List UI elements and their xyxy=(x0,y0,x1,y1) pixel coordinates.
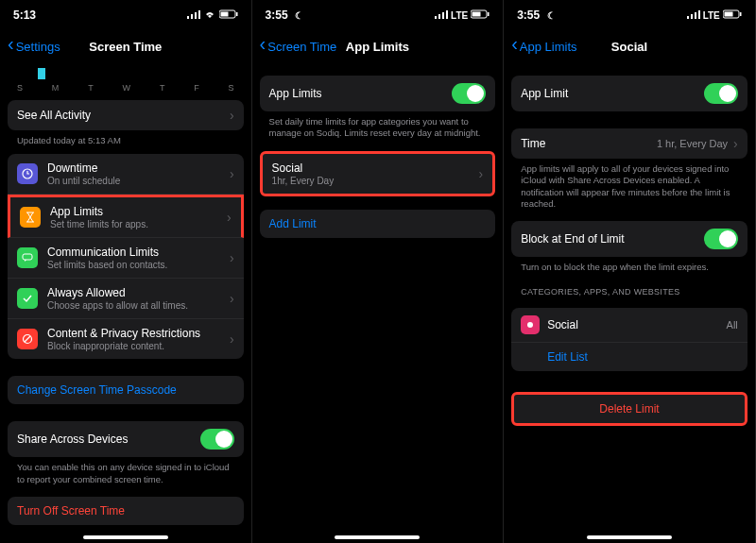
communication-icon xyxy=(17,247,38,268)
edit-list-row[interactable]: Edit List xyxy=(511,343,747,371)
back-label: Settings xyxy=(16,40,60,54)
delete-limit-button[interactable]: Delete Limit xyxy=(511,392,747,426)
category-social-row[interactable]: Social All xyxy=(511,308,747,343)
svg-rect-11 xyxy=(435,16,437,19)
chevron-right-icon: › xyxy=(230,331,234,347)
cell-label: Communication Limits xyxy=(47,246,230,259)
cell-label: App Limits xyxy=(50,205,227,218)
screen-time-screen: 5:13 Settings Screen Time S M T xyxy=(0,0,252,543)
social-limit-row[interactable]: Social 1hr, Every Day › xyxy=(260,151,496,196)
day-label: M xyxy=(52,83,60,93)
screen-time-options-group: Downtime On until schedule › App Limits … xyxy=(8,154,244,359)
svg-rect-16 xyxy=(488,12,490,16)
status-icons xyxy=(187,8,238,22)
share-toggle[interactable] xyxy=(200,429,234,450)
cell-sublabel: On until schedule xyxy=(47,176,230,186)
category-value: All xyxy=(727,319,738,331)
downtime-row[interactable]: Downtime On until schedule › xyxy=(8,154,244,195)
chevron-right-icon: › xyxy=(230,250,234,265)
page-title: Social xyxy=(611,40,647,54)
back-button[interactable]: Screen Time xyxy=(260,40,337,54)
categories-group: Social All Edit List xyxy=(511,308,747,371)
dnd-icon: ☾ xyxy=(295,10,303,21)
back-button[interactable]: App Limits xyxy=(511,40,576,54)
cell-label: Downtime xyxy=(47,161,230,175)
wifi-icon xyxy=(203,8,216,22)
chevron-right-icon: › xyxy=(479,166,484,181)
svg-rect-21 xyxy=(698,10,700,19)
svg-rect-8 xyxy=(23,254,32,260)
svg-rect-1 xyxy=(191,14,193,19)
turn-off-screen-time-row[interactable]: Turn Off Screen Time xyxy=(8,497,244,525)
share-across-devices-row[interactable]: Share Across Devices xyxy=(8,421,244,457)
home-indicator[interactable] xyxy=(335,535,420,539)
cell-sublabel: Block inappropriate content. xyxy=(47,341,230,351)
svg-rect-19 xyxy=(691,14,693,19)
cell-label: Social xyxy=(547,318,726,331)
back-button[interactable]: Settings xyxy=(8,40,60,54)
svg-rect-23 xyxy=(740,12,742,16)
cell-sublabel: Choose apps to allow at all times. xyxy=(47,300,230,311)
cell-label: Add Limit xyxy=(269,217,317,230)
nav-bar: App Limits Social xyxy=(504,30,755,62)
block-at-end-row[interactable]: Block at End of Limit xyxy=(511,221,747,257)
svg-rect-13 xyxy=(442,12,444,19)
carrier-label: LTE xyxy=(703,10,720,21)
svg-rect-3 xyxy=(198,10,200,19)
app-limits-footnote: Set daily time limits for app categories… xyxy=(260,111,496,140)
always-allowed-row[interactable]: Always Allowed Choose apps to allow at a… xyxy=(8,279,244,319)
svg-point-25 xyxy=(527,322,533,328)
cell-label: Content & Privacy Restrictions xyxy=(47,327,230,340)
add-limit-row[interactable]: Add Limit xyxy=(260,210,496,238)
cell-label: Turn Off Screen Time xyxy=(17,504,125,518)
status-icons: LTE xyxy=(435,8,490,22)
day-label: T xyxy=(88,83,94,93)
cell-label: Always Allowed xyxy=(47,286,230,299)
time-value: 1 hr, Every Day xyxy=(657,138,728,149)
app-limits-row[interactable]: App Limits Set time limits for apps. › xyxy=(8,195,244,238)
communication-limits-row[interactable]: Communication Limits Set limits based on… xyxy=(8,238,244,279)
home-indicator[interactable] xyxy=(587,535,672,539)
cell-sublabel: Set time limits for apps. xyxy=(50,219,227,229)
svg-line-10 xyxy=(25,336,30,342)
last-updated-label: Updated today at 5:13 AM xyxy=(8,130,244,146)
check-icon xyxy=(17,288,38,309)
block-toggle[interactable] xyxy=(704,229,738,249)
chevron-right-icon: › xyxy=(230,166,234,181)
limit-detail-screen: 3:55 ☾ LTE App Limits Social App Limit T… xyxy=(504,0,756,543)
app-limits-screen: 3:55 ☾ LTE Screen Time App Limits App Li… xyxy=(252,0,505,543)
social-icon xyxy=(521,315,540,334)
svg-rect-24 xyxy=(724,12,732,17)
app-limits-toggle-row[interactable]: App Limits xyxy=(260,76,496,111)
signal-icon xyxy=(435,8,448,22)
see-all-activity-row[interactable]: See All Activity › xyxy=(8,100,244,130)
cell-label: Delete Limit xyxy=(599,402,659,416)
svg-rect-12 xyxy=(438,14,440,19)
day-label: W xyxy=(123,83,131,93)
time-row[interactable]: Time 1 hr, Every Day › xyxy=(511,128,747,159)
categories-header: CATEGORIES, APPS, AND WEBSITES xyxy=(511,274,747,300)
clock-group: 3:55 ☾ xyxy=(266,8,303,22)
cell-label: Time xyxy=(521,137,657,150)
content-restrictions-row[interactable]: Content & Privacy Restrictions Block ina… xyxy=(8,319,244,359)
day-label: S xyxy=(17,83,23,93)
svg-rect-18 xyxy=(687,16,689,19)
cell-label: See All Activity xyxy=(17,109,230,122)
status-icons: LTE xyxy=(687,8,742,22)
app-limit-toggle[interactable] xyxy=(704,83,738,104)
home-indicator[interactable] xyxy=(83,535,168,539)
app-limit-toggle-row[interactable]: App Limit xyxy=(511,76,747,111)
change-passcode-row[interactable]: Change Screen Time Passcode xyxy=(8,376,244,404)
cell-label: App Limit xyxy=(521,87,704,100)
share-footnote: You can enable this on any device signed… xyxy=(8,457,244,485)
chevron-right-icon: › xyxy=(230,108,234,123)
svg-rect-17 xyxy=(472,12,481,17)
usage-chart[interactable]: S M T W T F S xyxy=(11,64,240,93)
back-label: App Limits xyxy=(520,40,577,54)
cell-label: Edit List xyxy=(547,350,588,364)
nav-bar: Screen Time App Limits xyxy=(252,30,504,62)
app-limits-toggle[interactable] xyxy=(452,83,486,104)
status-bar: 5:13 xyxy=(0,0,251,30)
page-title: Screen Time xyxy=(89,40,162,54)
signal-icon xyxy=(187,8,200,22)
